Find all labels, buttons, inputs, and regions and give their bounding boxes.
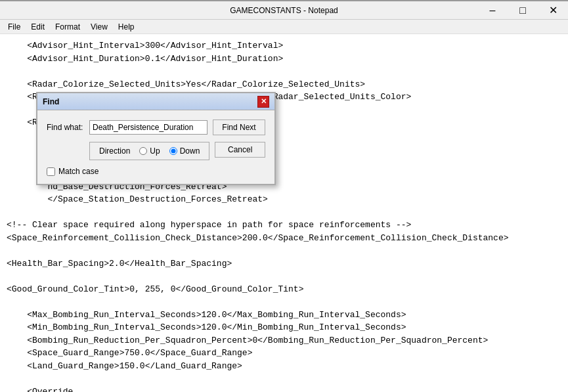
- title-bar: GAMECONSTANTS - Notepad – □ ✕: [0, 0, 568, 20]
- find-options: Match case: [47, 167, 265, 176]
- direction-group: Direction Up Down: [89, 142, 209, 160]
- find-title-bar: Find ✕: [37, 93, 274, 110]
- maximize-button[interactable]: □: [508, 1, 538, 19]
- find-dialog-title: Find: [43, 97, 59, 106]
- menu-bar: File Edit Format View Help: [0, 20, 568, 34]
- match-case-checkbox[interactable]: [47, 167, 55, 176]
- up-radio-label[interactable]: Up: [139, 146, 160, 156]
- find-what-label: Find what:: [47, 123, 89, 132]
- menu-help[interactable]: Help: [113, 21, 140, 33]
- menu-file[interactable]: File: [3, 21, 26, 33]
- find-what-input[interactable]: [89, 120, 208, 135]
- minimize-button[interactable]: –: [477, 1, 508, 19]
- find-dialog: Find ✕ Find what: Find Next Direction Up…: [36, 92, 276, 185]
- cancel-button[interactable]: Cancel: [215, 142, 265, 158]
- match-case-label[interactable]: Match case: [47, 167, 98, 176]
- up-radio[interactable]: [139, 147, 147, 155]
- find-what-row: Find what: Find Next: [47, 120, 265, 135]
- find-dialog-body: Find what: Find Next Direction Up Down C…: [37, 110, 274, 184]
- find-next-button[interactable]: Find Next: [213, 120, 265, 135]
- down-radio[interactable]: [169, 147, 177, 155]
- close-button[interactable]: ✕: [538, 1, 568, 19]
- text-editor[interactable]: <Advisor_Hint_Interval>300</Advisor_Hint…: [0, 34, 568, 392]
- menu-edit[interactable]: Edit: [26, 21, 50, 33]
- find-close-button[interactable]: ✕: [257, 96, 269, 108]
- menu-format[interactable]: Format: [50, 21, 85, 33]
- down-radio-label[interactable]: Down: [169, 146, 200, 156]
- window-controls: – □ ✕: [477, 1, 568, 19]
- direction-label: Direction: [99, 146, 130, 156]
- menu-view[interactable]: View: [85, 21, 113, 33]
- window-title: GAMECONSTANTS - Notepad: [230, 6, 338, 15]
